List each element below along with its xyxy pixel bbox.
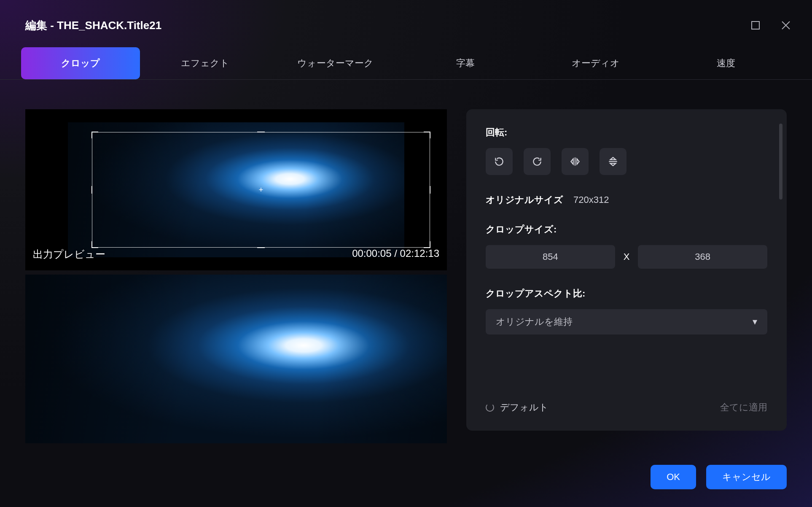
- ok-label: OK: [667, 472, 680, 482]
- apply-all-button[interactable]: 全てに適用: [720, 401, 767, 414]
- output-frame: [25, 275, 447, 443]
- tab-label: 速度: [717, 57, 735, 70]
- output-preview: [25, 275, 447, 443]
- tab-label: 字幕: [456, 57, 475, 70]
- size-separator: X: [624, 251, 630, 262]
- maximize-button[interactable]: [746, 16, 765, 35]
- dialog-buttons: OK キャンセル: [651, 465, 787, 489]
- crop-size-label: クロップサイズ:: [486, 223, 767, 236]
- cancel-button[interactable]: キャンセル: [706, 465, 787, 489]
- tab-label: クロップ: [61, 57, 100, 70]
- rotate-buttons: [486, 148, 767, 175]
- titlebar: 編集 - THE_SHACK.Title21: [0, 0, 812, 43]
- ok-button[interactable]: OK: [651, 465, 696, 489]
- crop-rectangle[interactable]: +: [92, 132, 430, 248]
- chevron-down-icon: ▾: [753, 316, 757, 327]
- tab-watermark[interactable]: ウォーターマーク: [270, 47, 401, 79]
- aspect-selected-value: オリジナルを維持: [496, 316, 573, 328]
- source-preview[interactable]: + 出力プレビュー 00:00:05 / 02:12:13: [25, 109, 447, 270]
- reset-default-button[interactable]: デフォルト: [486, 401, 549, 414]
- crop-handle-mb[interactable]: [257, 241, 265, 248]
- original-size-label: オリジナルサイズ: [486, 194, 563, 206]
- crop-width-input[interactable]: [486, 245, 615, 269]
- tab-label: ウォーターマーク: [297, 57, 374, 70]
- crop-panel: 回転: オリジナルサイズ 720x312 クロップサイズ: X クロッ: [466, 109, 787, 431]
- rotate-label: 回転:: [486, 126, 767, 139]
- aspect-select[interactable]: オリジナルを維持 ▾: [486, 309, 767, 334]
- crop-size-row: X: [486, 245, 767, 269]
- crop-handle-br[interactable]: [424, 241, 430, 248]
- panel-footer: デフォルト 全てに適用: [486, 401, 767, 414]
- tab-effect[interactable]: エフェクト: [140, 47, 270, 79]
- flip-horizontal-button[interactable]: [562, 148, 589, 175]
- rotate-cw-icon: [532, 156, 543, 167]
- content: + 出力プレビュー 00:00:05 / 02:12:13 回転:: [0, 80, 812, 443]
- tab-speed[interactable]: 速度: [661, 47, 791, 79]
- flip-vertical-button[interactable]: [600, 148, 626, 175]
- crop-handle-mr[interactable]: [424, 186, 430, 194]
- output-preview-label: 出力プレビュー: [33, 248, 105, 261]
- reset-icon: [486, 403, 494, 412]
- preview-column: + 出力プレビュー 00:00:05 / 02:12:13: [25, 109, 447, 443]
- aspect-label: クロップアスペクト比:: [486, 287, 767, 300]
- crop-handle-bl[interactable]: [91, 241, 98, 248]
- original-size-row: オリジナルサイズ 720x312: [486, 194, 767, 206]
- window-title: 編集 - THE_SHACK.Title21: [25, 18, 161, 33]
- crop-center-icon: +: [259, 186, 263, 194]
- tab-label: エフェクト: [181, 57, 229, 70]
- close-button[interactable]: [777, 16, 795, 35]
- crop-handle-mt[interactable]: [257, 132, 265, 138]
- tab-crop[interactable]: クロップ: [21, 47, 140, 79]
- tab-audio[interactable]: オーディオ: [530, 47, 661, 79]
- rotate-cw-button[interactable]: [524, 148, 551, 175]
- panel-scrollbar[interactable]: [779, 124, 782, 200]
- apply-all-label: 全てに適用: [720, 402, 767, 413]
- rotate-ccw-button[interactable]: [486, 148, 513, 175]
- tabs: クロップ エフェクト ウォーターマーク 字幕 オーディオ 速度: [0, 43, 812, 80]
- tab-label: オーディオ: [572, 57, 620, 70]
- crop-height-input[interactable]: [638, 245, 767, 269]
- cancel-label: キャンセル: [722, 472, 771, 482]
- svg-rect-0: [752, 22, 759, 29]
- default-label: デフォルト: [500, 401, 549, 414]
- rotate-ccw-icon: [494, 156, 505, 167]
- original-size-value: 720x312: [573, 194, 609, 205]
- timecode: 00:00:05 / 02:12:13: [352, 248, 439, 261]
- tab-subtitle[interactable]: 字幕: [401, 47, 531, 79]
- crop-handle-ml[interactable]: [91, 186, 98, 194]
- crop-handle-tr[interactable]: [424, 132, 430, 138]
- flip-vertical-icon: [608, 156, 618, 167]
- window-controls: [746, 16, 795, 35]
- flip-horizontal-icon: [570, 156, 581, 167]
- crop-handle-tl[interactable]: [91, 132, 98, 138]
- preview-overlay: 出力プレビュー 00:00:05 / 02:12:13: [25, 248, 447, 261]
